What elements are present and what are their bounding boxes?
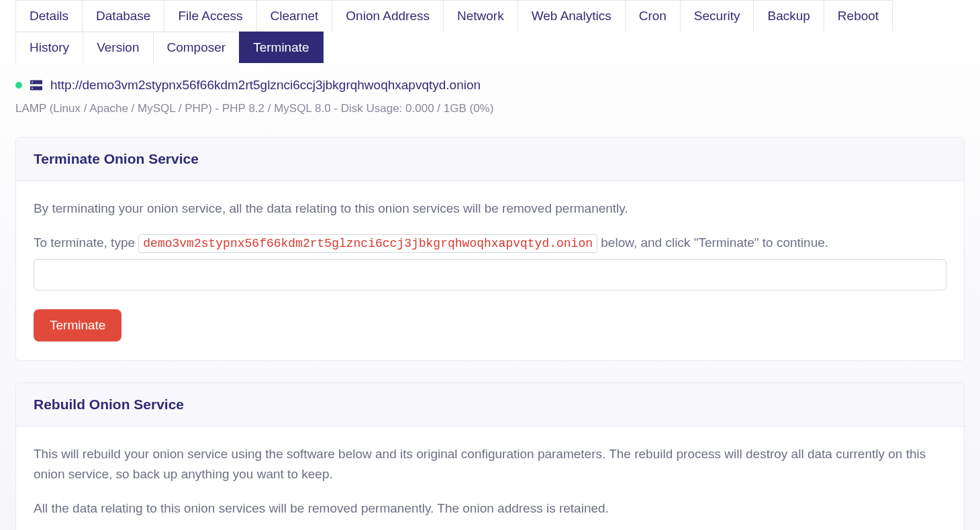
service-url[interactable]: http://demo3vm2stypnx56f66kdm2rt5glznci6… <box>50 78 481 93</box>
service-info: http://demo3vm2stypnx56f66kdm2rt5glznci6… <box>0 63 980 127</box>
tab-file-access[interactable]: File Access <box>164 0 256 32</box>
terminate-card-title: Terminate Onion Service <box>34 151 946 167</box>
terminate-prompt: To terminate, type demo3vm2stypnx56f66kd… <box>34 233 946 254</box>
terminate-prompt-before: To terminate, type <box>34 235 138 250</box>
tabs-row-2: History Version Composer Terminate <box>0 32 980 63</box>
terminate-card-body: By terminating your onion service, all t… <box>16 181 964 360</box>
terminate-description: By terminating your onion service, all t… <box>34 199 946 218</box>
terminate-prompt-after: below, and click "Terminate" to continue… <box>597 235 828 250</box>
tab-clearnet[interactable]: Clearnet <box>256 0 333 32</box>
terminate-card: Terminate Onion Service By terminating y… <box>15 137 965 361</box>
tab-history[interactable]: History <box>15 32 83 63</box>
service-url-line: http://demo3vm2stypnx56f66kdm2rt5glznci6… <box>15 78 965 93</box>
rebuild-card-body: This will rebuild your onion service usi… <box>16 427 964 530</box>
svg-point-3 <box>32 88 33 89</box>
server-icon <box>30 80 42 91</box>
tab-onion-address[interactable]: Onion Address <box>332 0 444 32</box>
status-indicator-icon <box>15 82 22 89</box>
terminate-card-header: Terminate Onion Service <box>16 138 964 181</box>
terminate-confirm-input[interactable] <box>34 259 946 290</box>
terminate-button[interactable]: Terminate <box>34 309 121 341</box>
service-meta: LAMP (Linux / Apache / MySQL / PHP) - PH… <box>15 102 965 115</box>
svg-point-2 <box>32 82 33 83</box>
tab-security[interactable]: Security <box>680 0 754 32</box>
tabs-row-1: Details Database File Access Clearnet On… <box>0 0 980 32</box>
tab-version[interactable]: Version <box>83 32 153 63</box>
tab-composer[interactable]: Composer <box>153 32 240 63</box>
tab-cron[interactable]: Cron <box>625 0 681 32</box>
rebuild-card: Rebuild Onion Service This will rebuild … <box>15 382 965 530</box>
tab-backup[interactable]: Backup <box>753 0 824 32</box>
tab-database[interactable]: Database <box>82 0 164 32</box>
rebuild-description-2: All the data relating to this onion serv… <box>34 498 946 518</box>
tab-web-analytics[interactable]: Web Analytics <box>518 0 626 32</box>
tab-terminate[interactable]: Terminate <box>239 32 323 63</box>
tab-reboot[interactable]: Reboot <box>824 0 893 32</box>
tab-network[interactable]: Network <box>443 0 518 32</box>
tab-details[interactable]: Details <box>15 0 83 32</box>
rebuild-card-header: Rebuild Onion Service <box>16 383 964 427</box>
onion-address-code: demo3vm2stypnx56f66kdm2rt5glznci6ccj3jbk… <box>138 234 597 253</box>
rebuild-card-title: Rebuild Onion Service <box>34 396 946 413</box>
rebuild-description-1: This will rebuild your onion service usi… <box>34 444 946 484</box>
